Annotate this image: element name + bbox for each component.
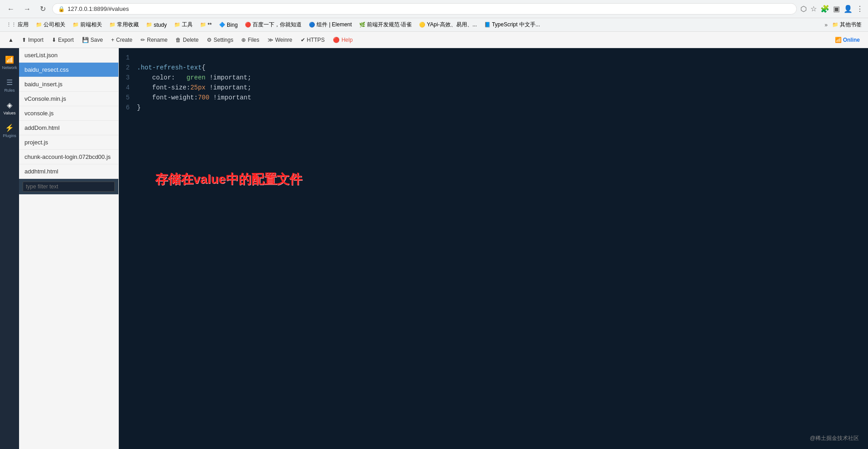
code-line-1: 1: [119, 53, 868, 63]
code-line-5: 5 font-weight:700 !important: [119, 93, 868, 103]
file-item-addhtml[interactable]: addhtml.html: [19, 164, 118, 179]
sidebar-item-plugins[interactable]: ⚡ Plugins: [0, 120, 19, 142]
back-button[interactable]: ←: [5, 4, 17, 14]
refresh-button[interactable]: ↻: [37, 4, 49, 14]
file-item-baidu-resect[interactable]: baidu_resect.css: [19, 63, 118, 77]
bing-icon: 🔷: [219, 22, 225, 28]
line-num-5: 5: [119, 93, 137, 103]
file-filter: [19, 179, 118, 194]
bookmark-company[interactable]: 📁 公司相关: [33, 20, 68, 30]
sidebar-item-rules[interactable]: ☰ Rules: [0, 74, 19, 96]
annotation-text: 存储在value中的配置文件: [155, 171, 302, 188]
yuque-icon: 🌿: [359, 22, 366, 28]
bookmark-yapi[interactable]: 🟡 YApi-高效、易用、...: [416, 20, 479, 30]
menu-icon[interactable]: ⋮: [856, 5, 863, 13]
delete-button[interactable]: 🗑 Delete: [172, 35, 202, 44]
help-button[interactable]: 🔴 Help: [329, 35, 356, 44]
file-item-vconsole-min[interactable]: vConsole.min.js: [19, 92, 118, 106]
export-icon: ⬇: [52, 37, 56, 43]
forward-button[interactable]: →: [21, 4, 34, 14]
bookmark-apps[interactable]: ⋮⋮ 应用: [4, 20, 31, 30]
rename-button[interactable]: ✏ Rename: [137, 35, 171, 44]
line-num-1: 1: [119, 53, 137, 63]
rules-icon: ☰: [6, 78, 13, 87]
plugins-icon: ⚡: [5, 123, 14, 132]
code-line-6: 6 }: [119, 103, 868, 113]
import-button[interactable]: ⬆ Import: [18, 35, 47, 44]
css-selector: .hot-refresh-text: [137, 64, 202, 71]
file-item-baidu-insert[interactable]: baidu_insert.js: [19, 77, 118, 92]
rename-icon: ✏: [141, 37, 145, 43]
bookmark-bing[interactable]: 🔷 Bing: [216, 21, 240, 29]
bookmark-ts[interactable]: 📘 TypeScript 中文手...: [482, 20, 543, 30]
lock-icon: 🔒: [58, 6, 65, 12]
weinre-button[interactable]: ≫ Weinre: [264, 35, 296, 44]
cast-icon[interactable]: ⬡: [800, 5, 807, 13]
weinre-icon: ≫: [268, 37, 273, 43]
filter-input[interactable]: [23, 182, 115, 192]
window-icon[interactable]: ▣: [833, 5, 840, 13]
code-line-4: 4 font-size:25px !important;: [119, 83, 868, 93]
bookmark-common[interactable]: 📁 常用收藏: [107, 20, 141, 30]
line-num-6: 6: [119, 103, 137, 113]
network-icon: 📶: [5, 55, 14, 64]
watermark: @稀土掘金技术社区: [810, 434, 859, 442]
files-button[interactable]: ⊕ Files: [238, 35, 263, 44]
create-button[interactable]: + Create: [107, 35, 136, 44]
folder-icon-2: 📁: [73, 22, 79, 28]
bookmark-other[interactable]: 📁 其他书签: [829, 20, 864, 30]
save-button[interactable]: 💾 Save: [78, 35, 107, 44]
sidebar-item-values[interactable]: ◈ Values: [0, 97, 19, 119]
collapse-button[interactable]: ▲: [5, 35, 17, 44]
file-item-adddom[interactable]: addDom.html: [19, 121, 118, 135]
folder-icon-6: 📁: [200, 22, 206, 28]
export-button[interactable]: ⬇ Export: [48, 35, 78, 44]
code-line-3: 3 color: green !important;: [119, 73, 868, 83]
line-num-2: 2: [119, 63, 137, 73]
settings-icon: ⚙: [207, 37, 212, 43]
bookmarks-bar: ⋮⋮ 应用 📁 公司相关 📁 前端相关 📁 常用收藏 📁 study 📁 工具 …: [0, 18, 868, 32]
browser-actions: ⬡ ☆ 🧩 ▣ 👤 ⋮: [800, 5, 863, 13]
folder-icon-3: 📁: [109, 22, 116, 28]
files-icon: ⊕: [241, 37, 246, 43]
ts-icon: 📘: [484, 22, 491, 28]
browser-bar: ← → ↻ 🔒 127.0.0.1:8899/#values ⬡ ☆ 🧩 ▣ 👤…: [0, 0, 868, 18]
bookmark-star[interactable]: 📁 **: [197, 21, 215, 29]
code-line-2: 2 .hot-refresh-text{: [119, 63, 868, 73]
bookmark-tools[interactable]: 📁 工具: [171, 20, 195, 30]
file-item-userlist[interactable]: userList.json: [19, 48, 118, 63]
https-button[interactable]: ✔ HTTPS: [297, 35, 328, 44]
settings-button[interactable]: ⚙ Settings: [203, 35, 237, 44]
save-icon: 💾: [82, 37, 89, 43]
apps-icon: ⋮⋮: [6, 22, 16, 28]
other-folder-icon: 📁: [832, 22, 839, 28]
main-layout: 📶 Network ☰ Rules ◈ Values ⚡ Plugins use…: [0, 48, 868, 449]
extensions-icon[interactable]: 🧩: [820, 5, 829, 13]
file-item-project[interactable]: project.js: [19, 135, 118, 150]
bookmark-icon[interactable]: ☆: [810, 5, 817, 13]
toolbar: ▲ ⬆ Import ⬇ Export 💾 Save + Create ✏ Re…: [0, 32, 868, 48]
import-icon: ⬆: [22, 37, 26, 43]
yapi-icon: 🟡: [419, 22, 425, 28]
bookmark-yuque[interactable]: 🌿 前端开发规范·语雀: [356, 20, 414, 30]
editor-area: 1 2 .hot-refresh-text{ 3 color: green !i…: [119, 48, 868, 449]
file-item-vconsole[interactable]: vconsole.js: [19, 106, 118, 121]
baidu-icon: 🔴: [245, 22, 251, 28]
more-bookmarks[interactable]: »: [824, 22, 828, 28]
bookmark-study[interactable]: 📁 study: [143, 21, 170, 29]
online-button[interactable]: 📶 Online: [831, 35, 863, 44]
help-icon: 🔴: [333, 37, 340, 43]
address-bar[interactable]: 🔒 127.0.0.1:8899/#values: [52, 3, 797, 15]
file-item-chunk[interactable]: chunk-account-login.072bcd00.js: [19, 150, 118, 164]
sidebar-item-network[interactable]: 📶 Network: [0, 52, 19, 74]
bookmark-element[interactable]: 🔵 组件 | Element: [306, 20, 355, 30]
bookmark-frontend[interactable]: 📁 前端相关: [70, 20, 105, 30]
delete-icon: 🗑: [176, 37, 181, 43]
file-list: userList.json baidu_resect.css baidu_ins…: [19, 48, 119, 449]
line-num-3: 3: [119, 73, 137, 83]
online-icon: 📶: [835, 37, 842, 43]
https-icon: ✔: [301, 37, 305, 43]
profile-icon[interactable]: 👤: [844, 5, 853, 13]
values-icon: ◈: [7, 101, 12, 109]
bookmark-baidu[interactable]: 🔴 百度一下，你就知道: [242, 20, 304, 30]
